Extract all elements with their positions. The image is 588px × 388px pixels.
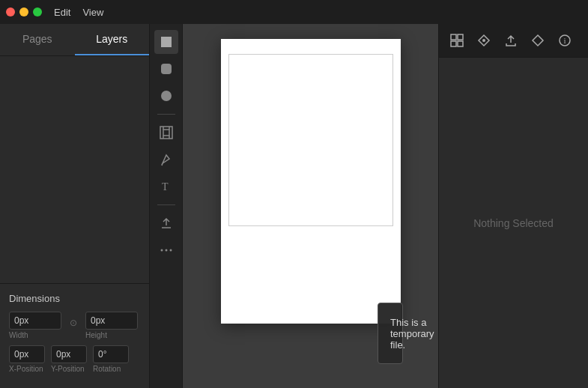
svg-point-13: [165, 249, 167, 252]
more-tools[interactable]: [154, 238, 178, 262]
frame-tool[interactable]: [154, 121, 178, 145]
share-icon-btn[interactable]: [526, 28, 550, 52]
menu-view[interactable]: View: [82, 7, 103, 18]
menu-bar: Edit View: [54, 7, 103, 18]
width-input-wrap: Width: [9, 312, 61, 339]
svg-line-9: [162, 163, 163, 166]
y-position-input[interactable]: [51, 345, 87, 363]
svg-text:T: T: [162, 181, 169, 193]
info-icon-btn[interactable]: i: [553, 28, 577, 52]
export-icon-btn[interactable]: [499, 28, 523, 52]
notification-text-before: This is a temporary file.: [390, 317, 434, 351]
notification-bar: This is a temporary file. SIGN UP or LOG…: [378, 303, 403, 364]
dim-width-height-row: Width ⊙ Height: [9, 312, 140, 339]
svg-rect-1: [161, 64, 172, 74]
right-panel: i Nothing Selected: [438, 24, 588, 388]
svg-rect-0: [161, 37, 172, 47]
svg-text:i: i: [564, 36, 566, 45]
left-panel: Pages Layers Dimensions Width ⊙ Height: [0, 24, 150, 388]
title-bar: Edit View: [0, 0, 588, 24]
upload-tool[interactable]: [154, 211, 178, 235]
rotation-label: Rotation: [93, 365, 121, 373]
svg-point-2: [161, 91, 172, 101]
lock-icon[interactable]: ⊙: [67, 317, 79, 329]
svg-rect-17: [451, 41, 456, 46]
text-tool[interactable]: T: [154, 175, 178, 198]
separator-2: [157, 204, 175, 205]
y-input-wrap: Y-Position: [51, 345, 87, 373]
svg-point-14: [169, 249, 172, 252]
dim-position-row: X-Position Y-Position Rotation: [9, 345, 140, 373]
layers-content: [0, 56, 149, 283]
x-position-input[interactable]: [9, 345, 45, 363]
main-layout: Pages Layers Dimensions Width ⊙ Height: [0, 24, 588, 388]
canvas-area[interactable]: This is a temporary file. SIGN UP or LOG…: [183, 24, 438, 388]
page-canvas: [221, 39, 401, 324]
menu-edit[interactable]: Edit: [54, 7, 70, 18]
ellipse-tool[interactable]: [154, 84, 178, 108]
svg-rect-18: [458, 41, 463, 46]
x-input-wrap: X-Position: [9, 345, 45, 373]
svg-rect-3: [160, 127, 172, 139]
svg-rect-4: [163, 130, 169, 136]
width-label: Width: [9, 331, 28, 339]
separator-1: [157, 114, 175, 115]
rotation-input[interactable]: [93, 345, 129, 363]
svg-point-19: [482, 39, 485, 42]
rounded-rect-tool[interactable]: [154, 57, 178, 81]
minimize-button[interactable]: [19, 7, 28, 16]
inner-rect: [228, 54, 393, 226]
tab-pages[interactable]: Pages: [0, 24, 75, 55]
height-input-wrap: Height: [85, 312, 138, 339]
grid-icon-btn[interactable]: [445, 28, 469, 52]
tab-layers[interactable]: Layers: [75, 24, 150, 55]
pen-tool[interactable]: [154, 148, 178, 172]
right-toolbar: i: [439, 24, 588, 58]
close-button[interactable]: [6, 7, 15, 16]
svg-point-12: [160, 249, 163, 252]
svg-rect-15: [451, 34, 456, 40]
maximize-button[interactable]: [33, 7, 42, 16]
x-label: X-Position: [9, 365, 43, 373]
dimensions-title: Dimensions: [9, 293, 140, 304]
dimensions-panel: Dimensions Width ⊙ Height X-Position: [0, 283, 149, 388]
svg-rect-16: [458, 34, 463, 40]
rotation-input-wrap: Rotation: [93, 345, 129, 373]
window-controls: [6, 7, 42, 16]
component-icon-btn[interactable]: [472, 28, 496, 52]
height-input[interactable]: [85, 312, 138, 330]
rectangle-tool[interactable]: [154, 30, 178, 54]
width-input[interactable]: [9, 312, 61, 330]
height-label: Height: [85, 331, 107, 339]
nothing-selected: Nothing Selected: [439, 58, 588, 388]
tools-bar: T: [150, 24, 183, 388]
panel-tabs: Pages Layers: [0, 24, 149, 56]
y-label: Y-Position: [51, 365, 85, 373]
